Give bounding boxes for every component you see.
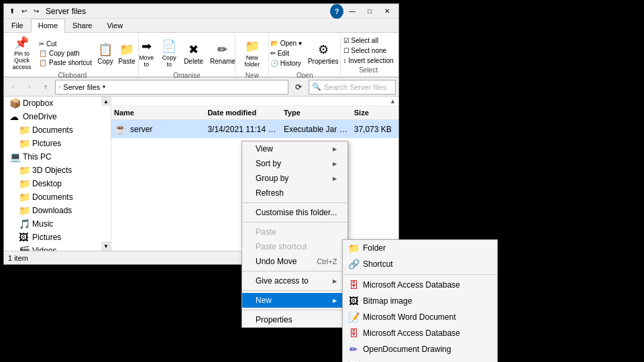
ctx-sort-label: Sort by bbox=[256, 159, 281, 168]
open-button[interactable]: 📂 Open ▾ bbox=[268, 39, 304, 48]
ctx-give-access[interactable]: Give access to ▶ bbox=[242, 274, 347, 288]
close-button[interactable]: ✕ bbox=[378, 4, 396, 19]
submenu-access-db[interactable]: 🗄 Microsoft Access Database bbox=[343, 277, 497, 293]
window-controls: — □ ✕ bbox=[343, 4, 396, 19]
paste-shortcut-button[interactable]: 📋 Paste shortcut bbox=[37, 58, 94, 67]
back-button[interactable]: ‹ bbox=[7, 80, 20, 94]
sidebar-item-label: Documents bbox=[32, 125, 73, 135]
folder-icon: 📁 bbox=[19, 192, 30, 202]
sidebar-item-documents-od[interactable]: 📁 Documents bbox=[4, 123, 111, 137]
ribbon-group-clipboard: 📌 Pin to Quickaccess ✂ Cut 📋 Copy path 📋… bbox=[7, 34, 139, 75]
rename-button[interactable]: ✏ Rename bbox=[207, 36, 238, 70]
ctx-paste-shortcut-label: Paste shortcut bbox=[256, 242, 307, 251]
paste-button[interactable]: 📁 Paste bbox=[117, 36, 137, 70]
tab-view[interactable]: View bbox=[99, 19, 130, 32]
ctx-sort-by[interactable]: Sort by ▶ bbox=[242, 156, 347, 171]
pin-to-quick-access-button[interactable]: 📌 Pin to Quickaccess bbox=[8, 36, 36, 70]
file-row-server[interactable]: ☕ server 3/14/2021 11:14 PM Executable J… bbox=[111, 120, 398, 138]
sidebar-item-music[interactable]: 🎵 Music bbox=[4, 217, 111, 231]
submenu-access-db2[interactable]: 🗄 Microsoft Access Database bbox=[343, 325, 497, 341]
ctx-refresh-label: Refresh bbox=[256, 188, 284, 198]
edit-button[interactable]: ✏ Edit bbox=[268, 49, 304, 58]
sidebar-item-label: Videos bbox=[32, 246, 56, 251]
copy-to-button[interactable]: 📄 Copyto bbox=[158, 36, 180, 70]
select-all-button[interactable]: ☑ Select all bbox=[341, 36, 396, 45]
select-none-button[interactable]: ☐ Select none bbox=[341, 46, 396, 55]
col-size-header[interactable]: Size bbox=[352, 107, 398, 118]
new-folder-icon: 📁 bbox=[244, 38, 260, 54]
forward-button[interactable]: › bbox=[23, 80, 36, 94]
titlebar-app-icons: ⬆ ↩ ↪ bbox=[7, 6, 42, 17]
sidebar-item-onedrive[interactable]: ☁ OneDrive bbox=[4, 110, 111, 123]
ctx-new[interactable]: New ▶ bbox=[242, 293, 347, 308]
ctx-new-arrow: ▶ bbox=[333, 298, 337, 304]
sidebar-item-desktop[interactable]: 📁 Desktop bbox=[4, 177, 111, 190]
sidebar-scroll-down[interactable]: ▼ bbox=[101, 241, 111, 251]
sidebar-item-pictures-pc[interactable]: 🖼 Pictures bbox=[4, 231, 111, 244]
ctx-paste[interactable]: Paste bbox=[242, 225, 347, 239]
copy-path-button[interactable]: 📋 Copy path bbox=[37, 49, 94, 58]
move-to-button[interactable]: ➡ Moveto bbox=[136, 36, 157, 70]
sidebar-scroll-up[interactable]: ▲ bbox=[101, 97, 111, 106]
sidebar-item-videos[interactable]: 🎬 Videos bbox=[4, 244, 111, 251]
sidebar-item-downloads[interactable]: 📁 Downloads bbox=[4, 204, 111, 217]
history-button[interactable]: 🕒 History bbox=[268, 59, 304, 68]
submenu-ppt[interactable]: 📊 Microsoft PowerPoint Presentation bbox=[343, 357, 497, 362]
ctx-paste-shortcut[interactable]: Paste shortcut bbox=[242, 239, 347, 254]
ctx-group-by[interactable]: Group by ▶ bbox=[242, 171, 347, 186]
computer-icon: 💻 bbox=[9, 152, 20, 162]
ctx-refresh[interactable]: Refresh bbox=[242, 186, 347, 200]
file-size-cell: 37,073 KB bbox=[352, 123, 398, 135]
col-date-header[interactable]: Date modified bbox=[205, 107, 280, 118]
ctx-access-arrow: ▶ bbox=[333, 278, 337, 284]
col-type-header[interactable]: Type bbox=[281, 107, 352, 118]
dropbox-icon: 📦 bbox=[9, 98, 20, 109]
ctx-customise[interactable]: Customise this folder... bbox=[242, 205, 347, 220]
sidebar-item-label: OneDrive bbox=[23, 112, 57, 121]
shortcut-icon: 🔗 bbox=[348, 259, 359, 269]
ctx-separator-4 bbox=[242, 290, 347, 291]
file-list-header: Name Date modified Type Size bbox=[111, 106, 398, 120]
sidebar-item-label: Desktop bbox=[32, 179, 62, 188]
new-folder-button[interactable]: 📁 Newfolder bbox=[241, 36, 263, 70]
submenu-folder[interactable]: 📁 Folder bbox=[343, 240, 497, 256]
ctx-undo-move[interactable]: Undo Move Ctrl+Z bbox=[242, 254, 347, 269]
minimize-button[interactable]: — bbox=[343, 4, 361, 19]
tab-share[interactable]: Share bbox=[65, 19, 99, 32]
sidebar-item-pictures-od[interactable]: 📁 Pictures bbox=[4, 137, 111, 150]
sidebar-item-thispc[interactable]: 💻 This PC bbox=[4, 150, 111, 164]
address-dropdown-arrow: ▾ bbox=[103, 84, 105, 90]
folder-icon: 📁 bbox=[19, 138, 30, 149]
odg-icon: ✏ bbox=[348, 344, 359, 355]
copy-button[interactable]: 📋 Copy bbox=[95, 36, 115, 70]
address-bar[interactable]: › Server files ▾ bbox=[55, 80, 288, 95]
submenu-word[interactable]: 📝 Microsoft Word Document bbox=[343, 309, 497, 325]
cut-button[interactable]: ✂ Cut bbox=[37, 40, 94, 48]
maximize-button[interactable]: □ bbox=[361, 4, 378, 19]
onedrive-icon: ☁ bbox=[9, 111, 20, 122]
submenu-odg[interactable]: ✏ OpenDocument Drawing bbox=[343, 341, 497, 357]
tab-file[interactable]: File bbox=[4, 19, 31, 32]
ctx-view[interactable]: View ▶ bbox=[242, 141, 347, 156]
window-title: Server files bbox=[46, 7, 327, 16]
help-button[interactable]: ? bbox=[330, 4, 343, 19]
submenu-bitmap[interactable]: 🖼 Bitmap image bbox=[343, 293, 497, 309]
ctx-properties[interactable]: Properties bbox=[242, 312, 347, 327]
item-count: 1 item bbox=[8, 254, 28, 262]
search-bar[interactable]: 🔍 Search Server files bbox=[309, 80, 396, 95]
delete-button[interactable]: ✖ Delete bbox=[181, 36, 206, 70]
properties-ribbon-button[interactable]: ⚙ Properties bbox=[305, 36, 341, 70]
submenu-shortcut-label: Shortcut bbox=[363, 259, 393, 269]
invert-selection-button[interactable]: ↕ Invert selection bbox=[341, 56, 396, 65]
up-button[interactable]: ↑ bbox=[39, 80, 52, 94]
refresh-button[interactable]: ⟳ bbox=[291, 80, 306, 95]
sidebar-item-dropbox[interactable]: 📦 Dropbox bbox=[4, 97, 111, 110]
sidebar-item-3dobjects[interactable]: 📁 3D Objects bbox=[4, 164, 111, 177]
col-name-header[interactable]: Name bbox=[111, 107, 205, 118]
folder-icon: 📁 bbox=[19, 125, 30, 135]
folder-icon: 📁 bbox=[19, 205, 30, 216]
ctx-separator-5 bbox=[242, 310, 347, 310]
submenu-shortcut[interactable]: 🔗 Shortcut bbox=[343, 256, 497, 272]
sidebar-item-documents-pc[interactable]: 📁 Documents bbox=[4, 190, 111, 204]
tab-home[interactable]: Home bbox=[31, 19, 65, 33]
